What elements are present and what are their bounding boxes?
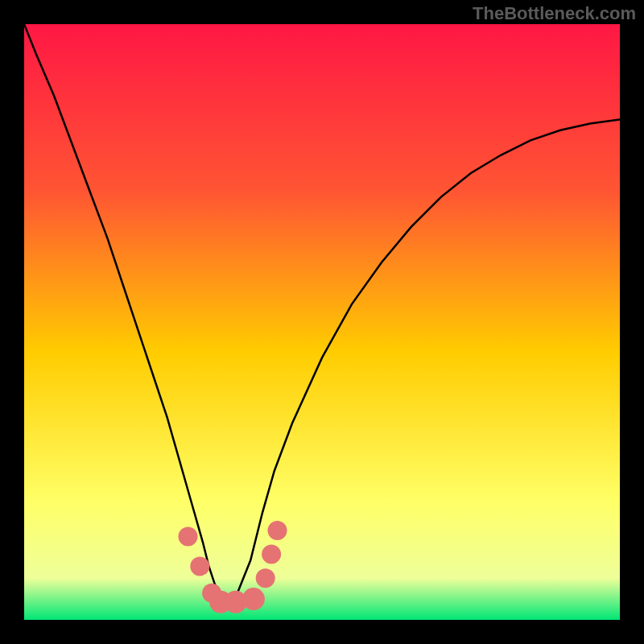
- curve-marker: [262, 545, 281, 564]
- chart-svg: [24, 24, 620, 620]
- curve-marker: [190, 556, 209, 576]
- curve-marker: [242, 588, 265, 610]
- watermark-text: TheBottleneck.com: [473, 3, 636, 24]
- chart-plot-area: [24, 24, 620, 620]
- gradient-background: [24, 24, 620, 620]
- curve-marker: [256, 568, 275, 588]
- curve-marker: [268, 521, 287, 540]
- curve-marker: [179, 526, 198, 546]
